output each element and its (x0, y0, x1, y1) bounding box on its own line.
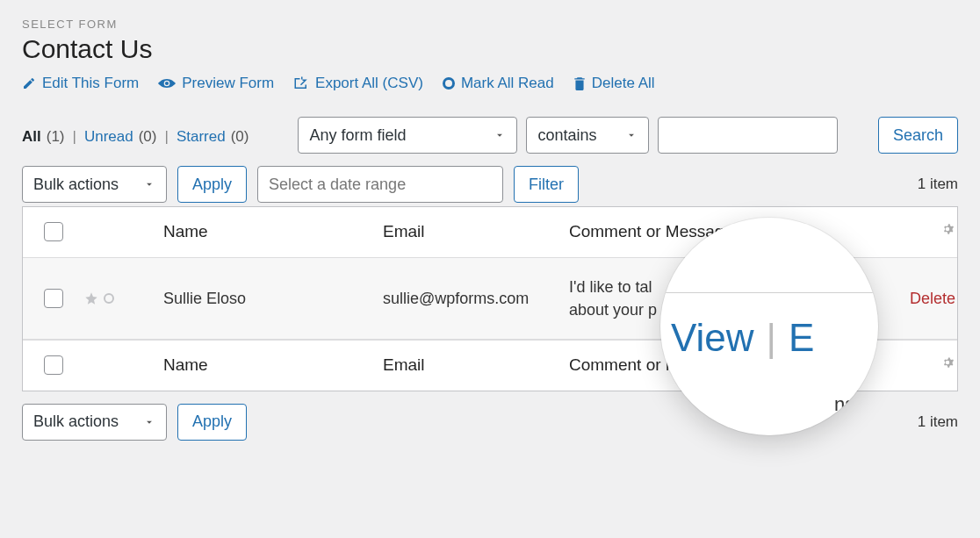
col-email[interactable]: Email (374, 207, 560, 257)
mark-read-link[interactable]: Mark All Read (443, 75, 554, 92)
col-comment-foot[interactable]: Comment or Message (560, 341, 876, 391)
col-name[interactable]: Name (155, 207, 374, 257)
preview-form-label: Preview Form (182, 75, 274, 92)
bottom-controls: Bulk actions Apply 1 item (22, 404, 958, 441)
select-all-checkbox-bottom[interactable] (44, 355, 63, 375)
cell-email: sullie@wpforms.com (374, 269, 560, 327)
select-form-label: SELECT FORM (22, 18, 958, 31)
field-select[interactable]: Any form field (298, 117, 517, 154)
eye-icon (158, 77, 176, 90)
mark-read-label: Mark All Read (461, 75, 554, 92)
table-row[interactable]: Sullie Eloso sullie@wpforms.com I'd like… (23, 258, 957, 340)
filter-button[interactable]: Filter (514, 166, 579, 203)
chevron-down-icon (625, 129, 638, 141)
cell-comment: I'd like to tal about your p (560, 258, 876, 339)
search-button[interactable]: Search (878, 117, 958, 154)
circle-icon (443, 77, 455, 90)
pencil-icon (22, 76, 36, 90)
tab-all-count: (1) (47, 128, 65, 146)
bulk-actions-value: Bulk actions (33, 176, 119, 194)
page-title[interactable]: Contact Us (22, 34, 958, 64)
export-icon (293, 76, 309, 90)
tab-sep-2: | (164, 128, 168, 146)
table-header: Name Email Comment or Message (23, 207, 957, 258)
items-count-bottom: 1 item (918, 413, 958, 431)
tab-unread-count: (0) (139, 128, 157, 146)
tab-sep-1: | (73, 128, 76, 146)
edit-form-label: Edit This Form (42, 75, 139, 92)
gear-icon[interactable] (940, 221, 955, 237)
edit-form-link[interactable]: Edit This Form (22, 75, 139, 92)
preview-form-link[interactable]: Preview Form (158, 75, 274, 92)
bulk-actions-select-bottom[interactable]: Bulk actions (22, 404, 167, 441)
tab-starred[interactable]: Starred (177, 128, 226, 146)
col-comment[interactable]: Comment or Message (560, 207, 876, 257)
select-all-checkbox-top[interactable] (44, 222, 63, 241)
col-email-foot[interactable]: Email (374, 341, 560, 391)
items-count-top: 1 item (918, 176, 958, 193)
row-actions: Delete (876, 269, 964, 327)
status-tabs: All (1) | Unread (0) | Starred (0) (22, 125, 249, 146)
apply-button-top[interactable]: Apply (177, 166, 247, 203)
chevron-down-icon (143, 178, 155, 190)
tab-starred-count: (0) (231, 128, 249, 146)
gear-icon[interactable] (940, 355, 955, 370)
read-indicator-icon[interactable] (104, 293, 114, 304)
row-indicators (84, 291, 146, 305)
chevron-down-icon (494, 129, 506, 141)
tab-all[interactable]: All (22, 128, 41, 146)
row-delete-link[interactable]: Delete (910, 287, 955, 310)
table-footer: Name Email Comment or Message (23, 340, 957, 391)
comparison-select-value: contains (537, 126, 596, 145)
field-select-value: Any form field (309, 126, 406, 145)
export-csv-link[interactable]: Export All (CSV) (293, 75, 423, 92)
bulk-actions-value: Bulk actions (33, 412, 119, 431)
delete-all-label: Delete All (592, 75, 655, 92)
tab-unread[interactable]: Unread (84, 128, 133, 146)
entries-table: Name Email Comment or Message Sullie Elo… (22, 206, 958, 391)
apply-button-bottom[interactable]: Apply (177, 404, 247, 441)
chevron-down-icon (143, 416, 155, 428)
row-checkbox[interactable] (44, 289, 63, 308)
date-range-input[interactable]: Select a date range (257, 166, 503, 203)
filter-row-2: Bulk actions Apply Select a date range F… (22, 166, 958, 203)
col-name-foot[interactable]: Name (155, 341, 374, 391)
trash-icon (573, 76, 586, 90)
export-csv-label: Export All (CSV) (315, 75, 423, 92)
comparison-select[interactable]: contains (526, 117, 649, 154)
filter-row-1: All (1) | Unread (0) | Starred (0) Any f… (22, 117, 958, 154)
bulk-actions-select-top[interactable]: Bulk actions (22, 166, 167, 203)
search-input[interactable] (658, 117, 838, 154)
cell-name: Sullie Eloso (155, 269, 374, 327)
star-icon[interactable] (84, 291, 98, 305)
action-links: Edit This Form Preview Form Export All (… (22, 75, 958, 92)
delete-all-link[interactable]: Delete All (573, 75, 655, 92)
